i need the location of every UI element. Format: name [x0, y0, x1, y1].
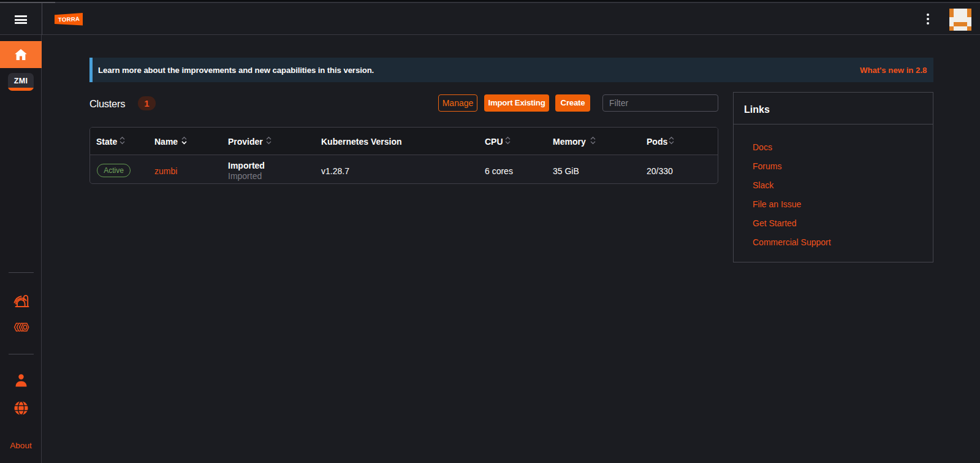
svg-text:TORRA: TORRA	[58, 15, 80, 23]
